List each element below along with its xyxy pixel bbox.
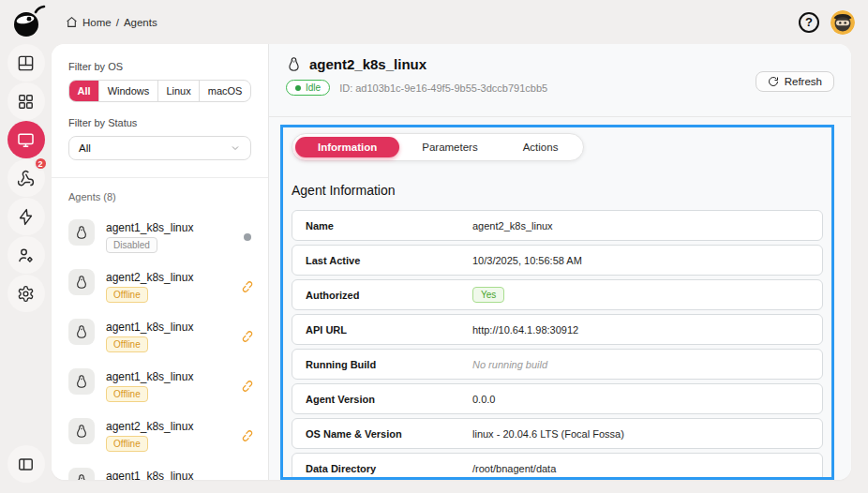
row-label: Running Build <box>306 359 472 370</box>
agent-list-item[interactable]: agent1_k8s_linuxDisabled <box>68 212 257 261</box>
help-icon[interactable]: ? <box>799 12 819 33</box>
row-label: Last Active <box>306 255 472 266</box>
agent-list-item[interactable]: agent2_k8s_linuxOffline <box>68 261 257 311</box>
row-label: Data Directory <box>306 463 472 474</box>
agent-name: agent1_k8s_linux <box>106 470 227 481</box>
unlink-icon <box>241 280 254 293</box>
tab-parameters[interactable]: Parameters <box>399 137 500 157</box>
os-filter-option-all[interactable]: All <box>69 81 98 101</box>
table-row: Last Active10/3/2025, 10:56:58 AM <box>292 245 823 276</box>
icon-rail: 2 <box>0 44 52 493</box>
table-row: OS Name & Versionlinux - 20.04.6 LTS (Fo… <box>292 418 823 449</box>
status-badge: Idle <box>286 80 330 96</box>
os-filter-group: AllWindowsLinuxmacOS <box>68 80 251 102</box>
linux-tux-icon <box>68 269 95 295</box>
unlink-icon <box>241 330 254 343</box>
unlink-icon <box>241 429 254 442</box>
unlink-icon <box>241 479 254 481</box>
rail-item-panels-icon[interactable] <box>7 44 45 82</box>
row-value: 0.0.0 <box>472 394 495 405</box>
os-filter-option-macos[interactable]: macOS <box>199 81 250 101</box>
refresh-button[interactable]: Refresh <box>756 71 834 92</box>
refresh-icon <box>768 76 779 87</box>
agent-name: agent1_k8s_linux <box>106 221 227 234</box>
collapse-sidebar-icon[interactable] <box>7 445 45 483</box>
section-title: Agent Information <box>292 183 823 198</box>
status-dot <box>295 85 301 91</box>
rail-item-gear-icon[interactable] <box>7 275 45 312</box>
breadcrumb-home[interactable]: Home <box>82 17 112 28</box>
agent-id-text: ID: ad103b1c-9e16-49f5-9b55-3dccb791cbb5 <box>339 82 547 94</box>
top-bar: Home / Agents ? <box>0 0 868 44</box>
agent-list-item[interactable]: agent2_k8s_linuxOffline <box>68 411 257 460</box>
os-filter-option-windows[interactable]: Windows <box>98 81 157 101</box>
breadcrumb-current[interactable]: Agents <box>124 17 157 28</box>
content-card: Filter by OS AllWindowsLinuxmacOS Filter… <box>52 44 851 480</box>
agent-list-item[interactable]: agent1_k8s_linuxOffline <box>68 311 257 361</box>
rail-item-monitor-icon[interactable] <box>7 121 45 158</box>
row-label: Agent Version <box>306 394 472 405</box>
agent-status-badge: Offline <box>106 386 148 402</box>
notification-badge: 2 <box>34 157 48 171</box>
linux-tux-icon <box>68 219 95 246</box>
panels-icon <box>17 54 35 72</box>
rail-item-zap-icon[interactable] <box>7 198 45 235</box>
row-value: linux - 20.04.6 LTS (Focal Fossa) <box>472 428 624 440</box>
linux-tux-icon <box>68 418 95 444</box>
agent-list-item[interactable]: agent1_k8s_linuxOffline <box>68 460 257 480</box>
monitor-icon <box>17 131 35 149</box>
webhook-icon <box>17 170 35 187</box>
tab-actions[interactable]: Actions <box>501 137 581 157</box>
filter-status-label: Filter by Status <box>68 117 251 128</box>
agent-list-item[interactable]: agent1_k8s_linuxOffline <box>68 361 257 411</box>
filter-os-label: Filter by OS <box>68 61 251 72</box>
row-value: http://10.64.1.98:30912 <box>472 324 578 336</box>
row-value: No running build <box>472 359 547 370</box>
rail-item-webhook-icon[interactable]: 2 <box>7 159 45 197</box>
agent-status-badge: Offline <box>106 436 148 452</box>
rail-item-user-gear-icon[interactable] <box>7 236 45 274</box>
linux-tux-icon <box>68 468 95 480</box>
agent-detail-panel: agent2_k8s_linux Idle ID: ad103b1c-9e16-… <box>269 44 851 480</box>
tab-information[interactable]: Information <box>295 137 399 157</box>
row-value: agent2_k8s_linux <box>472 220 553 232</box>
authorized-badge: Yes <box>472 287 504 303</box>
agent-name: agent1_k8s_linux <box>106 370 227 383</box>
agents-sidebar: Filter by OS AllWindowsLinuxmacOS Filter… <box>52 44 269 480</box>
selected-region-highlight: InformationParametersActions Agent Infor… <box>280 125 834 480</box>
row-value: /root/bnagent/data <box>472 463 556 474</box>
linux-tux-icon <box>68 368 95 395</box>
linux-tux-icon <box>286 56 302 72</box>
gear-icon <box>17 285 35 303</box>
chevron-down-icon <box>230 142 241 154</box>
tab-bar: InformationParametersActions <box>292 133 584 161</box>
user-gear-icon <box>17 246 35 264</box>
status-filter-select[interactable]: All <box>68 136 251 160</box>
agent-name: agent1_k8s_linux <box>106 321 227 334</box>
row-label: API URL <box>306 324 472 336</box>
agent-status-badge: Offline <box>106 336 148 352</box>
agent-status-badge: Offline <box>106 287 148 303</box>
row-value: 10/3/2025, 10:56:58 AM <box>472 255 582 266</box>
table-row: API URLhttp://10.64.1.98:30912 <box>292 314 823 345</box>
os-filter-option-linux[interactable]: Linux <box>157 81 199 101</box>
zap-icon <box>17 208 35 226</box>
page-title: agent2_k8s_linux <box>309 56 427 72</box>
table-row: Agent Version0.0.0 <box>292 383 823 414</box>
user-avatar[interactable] <box>831 10 855 35</box>
agents-count-header: Agents (8) <box>52 178 268 204</box>
breadcrumb-separator: / <box>116 17 119 28</box>
row-label: OS Name & Version <box>306 428 472 440</box>
agent-name: agent2_k8s_linux <box>106 271 227 284</box>
app-logo-ninja-icon[interactable] <box>8 4 46 41</box>
disabled-dot-icon <box>244 233 251 241</box>
status-filter-value: All <box>79 142 91 154</box>
rail-item-grid-icon[interactable] <box>7 82 45 120</box>
agent-status-badge: Disabled <box>106 237 157 253</box>
row-label: Authorized <box>306 290 472 301</box>
table-row: Nameagent2_k8s_linux <box>292 210 823 241</box>
table-row: Running BuildNo running build <box>292 349 823 380</box>
table-row: AuthorizedYes <box>292 279 823 310</box>
grid-icon <box>17 93 35 111</box>
row-label: Name <box>306 220 472 232</box>
